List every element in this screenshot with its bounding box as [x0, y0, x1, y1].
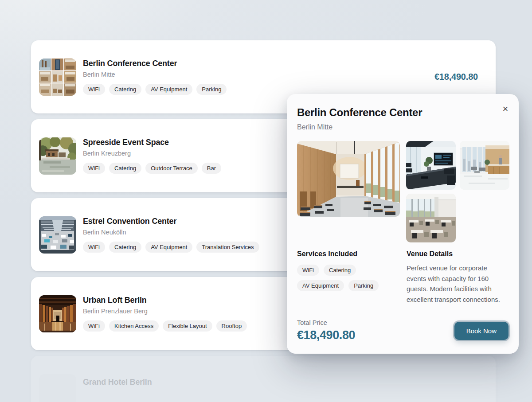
modal-location: Berlin Mitte [297, 123, 509, 131]
venue-tag: Rooftop [216, 320, 247, 332]
modal-title: Berlin Conference Center [297, 106, 509, 119]
venue-tags: WiFi Catering Outdoor Terrace Bar [83, 163, 221, 174]
photo-grid [406, 141, 509, 242]
venue-tag: WiFi [83, 320, 105, 332]
venue-info: Berlin Conference Center Berlin Mitte Wi… [83, 59, 227, 95]
venue-detail-modal: × Berlin Conference Center Berlin Mitte [287, 94, 519, 354]
venue-tag: Bar [202, 163, 221, 174]
venue-details-text: Perfect venue for corporate events with … [407, 263, 509, 304]
venue-tag: Kitchen Access [109, 320, 159, 332]
venue-tags: WiFi Catering AV Equipment Translation S… [83, 242, 259, 253]
venue-name: Estrel Convention Center [83, 217, 259, 226]
venue-photo-main-hall [297, 141, 400, 217]
venue-tag: Catering [109, 163, 141, 174]
venue-tag: Catering [109, 84, 141, 95]
venue-info: Spreeside Event Space Berlin Kreuzberg W… [83, 138, 221, 174]
venue-name: Berlin Conference Center [83, 59, 227, 68]
venue-info: Estrel Convention Center Berlin Neukölln… [83, 217, 259, 253]
venue-thumbnail-loft-image [39, 295, 76, 332]
total-price-value: €18,490.80 [297, 328, 355, 342]
venue-location: Berlin Prenzlauer Berg [83, 308, 247, 315]
venue-card-grand-hotel-berlin[interactable]: Grand Hotel Berlin [31, 356, 496, 402]
venue-tag: Translation Services [196, 242, 259, 253]
venue-name: Grand Hotel Berlin [83, 378, 152, 387]
venue-name: Urban Loft Berlin [83, 296, 247, 305]
venue-thumbnail-riverside-image [39, 137, 76, 175]
modal-sections: Services Included WiFi Catering AV Equip… [297, 250, 509, 304]
venue-details-section: Venue Details Perfect venue for corporat… [407, 250, 509, 304]
venue-tag: WiFi [83, 84, 105, 95]
venue-photo-dining-room [406, 194, 456, 242]
service-tag: AV Equipment [297, 280, 344, 291]
venue-photo-meeting-room [406, 141, 456, 190]
venue-tag: Catering [109, 242, 141, 253]
venue-location: Berlin Kreuzberg [83, 150, 221, 157]
service-tag: WiFi [297, 265, 319, 276]
book-now-button[interactable]: Book Now [454, 322, 509, 340]
venue-tag: AV Equipment [145, 242, 192, 253]
venue-tag: AV Equipment [145, 84, 192, 95]
venue-tag: Parking [196, 84, 227, 95]
close-icon[interactable]: × [498, 102, 512, 116]
venue-info: Urban Loft Berlin Berlin Prenzlauer Berg… [83, 296, 247, 332]
services-tags: WiFi Catering AV Equipment Parking [297, 265, 391, 291]
photo-gallery [297, 141, 509, 242]
venue-location: Berlin Mitte [83, 71, 227, 78]
venue-tag: WiFi [83, 242, 105, 253]
venue-thumbnail-convention-hall-image [39, 216, 76, 254]
venue-name: Spreeside Event Space [83, 138, 221, 147]
venue-tags: WiFi Kitchen Access Flexible Layout Roof… [83, 320, 247, 332]
venue-thumbnail-montage-image [39, 59, 76, 96]
venue-tags: WiFi Catering AV Equipment Parking [83, 84, 227, 95]
services-heading: Services Included [297, 250, 407, 258]
total-price-label: Total Price [297, 319, 355, 326]
services-section: Services Included WiFi Catering AV Equip… [297, 250, 407, 304]
service-tag: Parking [348, 280, 379, 291]
venue-price: €18,490.80 [434, 72, 478, 82]
venue-info: Grand Hotel Berlin [83, 374, 152, 387]
total-price-block: Total Price €18,490.80 [297, 319, 355, 342]
venue-photo-lobby [460, 141, 509, 190]
venue-thumbnail-placeholder [39, 374, 76, 402]
service-tag: Catering [324, 265, 356, 276]
venue-tag: WiFi [83, 163, 105, 174]
venue-location: Berlin Neukölln [83, 229, 259, 236]
venue-booking-page: { "venues": [ { "name": "Berlin Conferen… [0, 0, 532, 402]
modal-footer: Total Price €18,490.80 Book Now [297, 319, 509, 342]
venue-tag: Flexible Layout [163, 320, 212, 332]
venue-details-heading: Venue Details [407, 250, 509, 258]
venue-tag: Outdoor Terrace [145, 163, 198, 174]
